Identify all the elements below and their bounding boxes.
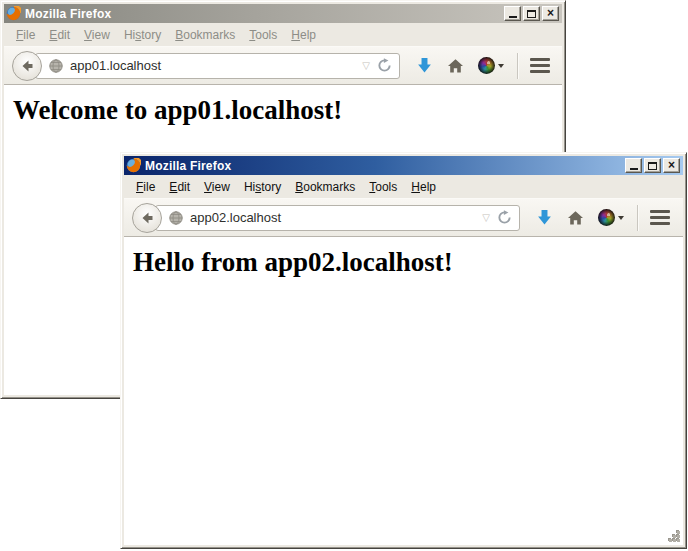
color-wheel-icon bbox=[478, 57, 495, 74]
close-icon: × bbox=[547, 7, 554, 19]
menu-item-help[interactable]: Help bbox=[284, 26, 323, 44]
window-title: Mozilla Firefox bbox=[145, 159, 231, 173]
maximize-button[interactable] bbox=[644, 158, 661, 173]
back-arrow-icon bbox=[139, 210, 155, 226]
download-button[interactable] bbox=[416, 57, 433, 74]
window-controls: × bbox=[504, 6, 560, 21]
toolbar-separator bbox=[517, 53, 518, 79]
hamburger-icon bbox=[650, 210, 670, 213]
titlebar[interactable]: Mozilla Firefox × bbox=[124, 156, 683, 175]
globe-icon[interactable] bbox=[169, 211, 183, 225]
back-button[interactable] bbox=[132, 203, 162, 233]
navigation-toolbar: app02.localhost ▽ bbox=[124, 198, 683, 237]
color-wheel-icon bbox=[598, 209, 615, 226]
menu-item-bookmarks[interactable]: Bookmarks bbox=[168, 26, 242, 44]
download-icon bbox=[416, 57, 433, 74]
search-engine-button[interactable] bbox=[598, 209, 624, 226]
url-input[interactable]: app02.localhost bbox=[190, 210, 475, 225]
home-icon bbox=[567, 210, 584, 226]
home-button[interactable] bbox=[567, 210, 584, 226]
menubar: File Edit View History Bookmarks Tools H… bbox=[124, 175, 683, 198]
search-engine-button[interactable] bbox=[478, 57, 504, 74]
close-icon: × bbox=[668, 159, 675, 171]
menu-item-edit[interactable]: Edit bbox=[162, 178, 197, 196]
menu-item-view[interactable]: View bbox=[77, 26, 117, 44]
maximize-icon bbox=[527, 10, 536, 18]
maximize-button[interactable] bbox=[523, 6, 540, 21]
back-arrow-icon bbox=[19, 58, 35, 74]
caret-down-icon bbox=[498, 64, 504, 68]
hamburger-icon bbox=[530, 58, 550, 61]
close-button[interactable]: × bbox=[542, 6, 559, 21]
menu-item-tools[interactable]: Tools bbox=[362, 178, 404, 196]
window-title: Mozilla Firefox bbox=[25, 7, 111, 21]
minimize-button[interactable] bbox=[504, 6, 521, 21]
window-controls: × bbox=[625, 158, 681, 173]
menu-item-help[interactable]: Help bbox=[404, 178, 443, 196]
url-bar[interactable]: app01.localhost ▽ bbox=[35, 53, 400, 79]
url-bar[interactable]: app02.localhost ▽ bbox=[155, 205, 520, 231]
firefox-window-app02: Mozilla Firefox × File Edit View History… bbox=[120, 152, 687, 549]
desktop: Mozilla Firefox × File Edit View History… bbox=[0, 0, 688, 551]
back-button[interactable] bbox=[12, 51, 42, 81]
page-heading: Welcome to app01.localhost! bbox=[13, 95, 562, 126]
menu-item-file[interactable]: File bbox=[9, 26, 42, 44]
menu-item-edit[interactable]: Edit bbox=[42, 26, 77, 44]
menu-item-history[interactable]: History bbox=[237, 178, 288, 196]
urlbar-group: app02.localhost ▽ bbox=[132, 203, 520, 233]
menu-item-history[interactable]: History bbox=[117, 26, 168, 44]
maximize-icon bbox=[648, 162, 657, 170]
caret-down-icon bbox=[618, 216, 624, 220]
menu-item-bookmarks[interactable]: Bookmarks bbox=[288, 178, 362, 196]
close-button[interactable]: × bbox=[663, 158, 680, 173]
toolbar-separator bbox=[637, 205, 638, 231]
menu-button[interactable] bbox=[648, 208, 672, 227]
window-inner: Mozilla Firefox × File Edit View History… bbox=[124, 156, 683, 545]
menubar: File Edit View History Bookmarks Tools H… bbox=[4, 23, 562, 46]
menu-item-file[interactable]: File bbox=[129, 178, 162, 196]
firefox-icon bbox=[126, 158, 141, 173]
navigation-toolbar: app01.localhost ▽ bbox=[4, 46, 562, 85]
urlbar-group: app01.localhost ▽ bbox=[12, 51, 400, 81]
url-input[interactable]: app01.localhost bbox=[70, 58, 355, 73]
page-content: Hello from app02.localhost! bbox=[124, 237, 683, 545]
download-button[interactable] bbox=[536, 209, 553, 226]
urlbar-dropdown-icon[interactable]: ▽ bbox=[362, 61, 370, 71]
minimize-icon bbox=[509, 16, 517, 18]
reload-icon[interactable] bbox=[377, 58, 392, 73]
home-button[interactable] bbox=[447, 58, 464, 74]
download-icon bbox=[536, 209, 553, 226]
urlbar-dropdown-icon[interactable]: ▽ bbox=[482, 213, 490, 223]
reload-icon[interactable] bbox=[497, 210, 512, 225]
globe-icon[interactable] bbox=[49, 59, 63, 73]
resize-grip[interactable] bbox=[668, 530, 683, 545]
page-heading: Hello from app02.localhost! bbox=[133, 247, 683, 278]
minimize-icon bbox=[630, 168, 638, 170]
titlebar[interactable]: Mozilla Firefox × bbox=[4, 4, 562, 23]
firefox-icon bbox=[6, 6, 21, 21]
menu-button[interactable] bbox=[528, 56, 552, 75]
menu-item-view[interactable]: View bbox=[197, 178, 237, 196]
home-icon bbox=[447, 58, 464, 74]
menu-item-tools[interactable]: Tools bbox=[242, 26, 284, 44]
minimize-button[interactable] bbox=[625, 158, 642, 173]
